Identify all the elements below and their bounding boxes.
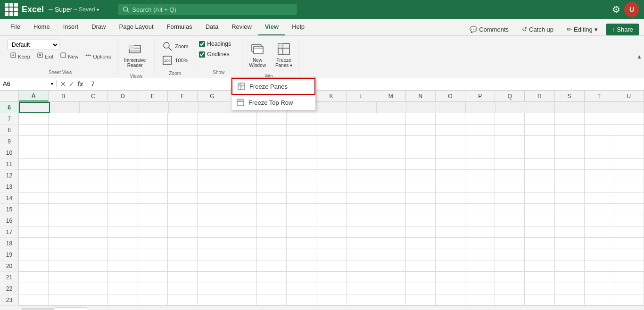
- cell-R10[interactable]: [525, 147, 554, 159]
- cell-P13[interactable]: [465, 181, 495, 193]
- cell-T8[interactable]: [585, 125, 614, 136]
- cell-L12[interactable]: [347, 170, 376, 181]
- cell-R23[interactable]: [525, 294, 554, 306]
- tab-help[interactable]: Help: [285, 19, 311, 35]
- cell-O14[interactable]: [436, 193, 465, 204]
- cell-G8[interactable]: [198, 125, 227, 136]
- cell-P8[interactable]: [465, 125, 495, 136]
- cell-G20[interactable]: [198, 260, 227, 272]
- cell-N15[interactable]: [406, 204, 436, 215]
- cell-K18[interactable]: [316, 238, 346, 249]
- gridlines-checkbox[interactable]: [199, 51, 205, 58]
- cell-I21[interactable]: [257, 272, 287, 283]
- cell-U20[interactable]: [614, 260, 644, 272]
- cell-M23[interactable]: [376, 294, 406, 306]
- cell-C16[interactable]: [78, 215, 108, 226]
- cell-D18[interactable]: [108, 238, 138, 249]
- cell-P7[interactable]: [465, 113, 495, 125]
- row-num-18[interactable]: 18: [0, 238, 18, 249]
- cell-M17[interactable]: [376, 226, 406, 238]
- cell-H8[interactable]: [227, 125, 257, 136]
- cell-B20[interactable]: [49, 260, 78, 272]
- cell-H12[interactable]: [227, 170, 257, 181]
- cell-A20[interactable]: [19, 260, 49, 272]
- cell-D13[interactable]: [108, 181, 138, 193]
- cell-S16[interactable]: [555, 215, 585, 226]
- editing-button[interactable]: ✏ Editing ▾: [561, 24, 603, 35]
- cell-K16[interactable]: [316, 215, 346, 226]
- cell-K22[interactable]: [316, 283, 346, 294]
- cell-Q7[interactable]: [495, 113, 525, 125]
- confirm-icon[interactable]: ✓: [69, 80, 74, 88]
- cell-A14[interactable]: [19, 193, 49, 204]
- cell-N22[interactable]: [406, 283, 436, 294]
- col-header-G[interactable]: G: [198, 91, 227, 101]
- cell-Q19[interactable]: [495, 249, 525, 260]
- cell-B8[interactable]: [49, 125, 78, 136]
- cell-U14[interactable]: [614, 193, 644, 204]
- cell-R14[interactable]: [525, 193, 554, 204]
- cell-R19[interactable]: [525, 249, 554, 260]
- cell-N13[interactable]: [406, 181, 436, 193]
- gear-button[interactable]: ⚙: [612, 4, 620, 15]
- row-num-7[interactable]: 7: [0, 113, 18, 125]
- cell-A16[interactable]: [19, 215, 49, 226]
- col-header-L[interactable]: L: [347, 91, 376, 101]
- cell-A23[interactable]: [19, 294, 49, 306]
- row-num-22[interactable]: 22: [0, 283, 18, 294]
- cell-N14[interactable]: [406, 193, 436, 204]
- cell-K23[interactable]: [316, 294, 346, 306]
- cell-E12[interactable]: [138, 170, 168, 181]
- cell-D14[interactable]: [108, 193, 138, 204]
- cell-L23[interactable]: [347, 294, 376, 306]
- cell-U9[interactable]: [614, 136, 644, 147]
- cell-E8[interactable]: [138, 125, 168, 136]
- cell-L10[interactable]: [347, 147, 376, 159]
- cell-K7[interactable]: [316, 113, 346, 125]
- cell-A12[interactable]: [19, 170, 49, 181]
- cell-G10[interactable]: [198, 147, 227, 159]
- cell-H15[interactable]: [227, 204, 257, 215]
- cell-F22[interactable]: [168, 283, 198, 294]
- cell-I19[interactable]: [257, 249, 287, 260]
- cell-C14[interactable]: [78, 193, 108, 204]
- cell-O9[interactable]: [436, 136, 465, 147]
- cell-O8[interactable]: [436, 125, 465, 136]
- col-header-B[interactable]: B: [49, 91, 78, 101]
- cell-B15[interactable]: [49, 204, 78, 215]
- cell-E22[interactable]: [138, 283, 168, 294]
- zoom-button[interactable]: Zoom: [159, 40, 191, 53]
- cell-T13[interactable]: [585, 181, 614, 193]
- cell-C15[interactable]: [78, 204, 108, 215]
- cell-C19[interactable]: [78, 249, 108, 260]
- cell-E9[interactable]: [138, 136, 168, 147]
- cell-R20[interactable]: [525, 260, 554, 272]
- cell-Q9[interactable]: [495, 136, 525, 147]
- cell-H22[interactable]: [227, 283, 257, 294]
- cell-P6[interactable]: [466, 102, 495, 113]
- cell-F8[interactable]: [168, 125, 198, 136]
- cell-T22[interactable]: [585, 283, 614, 294]
- zoom-100-button[interactable]: 100 100%: [159, 54, 191, 67]
- tab-insert[interactable]: Insert: [57, 19, 85, 35]
- cell-N9[interactable]: [406, 136, 436, 147]
- cell-I11[interactable]: [257, 159, 287, 170]
- cell-P20[interactable]: [465, 260, 495, 272]
- cell-C21[interactable]: [78, 272, 108, 283]
- cell-F19[interactable]: [168, 249, 198, 260]
- cell-R6[interactable]: [525, 102, 555, 113]
- cell-G21[interactable]: [198, 272, 227, 283]
- cell-P16[interactable]: [465, 215, 495, 226]
- col-header-K[interactable]: K: [316, 91, 346, 101]
- cell-Q10[interactable]: [495, 147, 525, 159]
- cell-J11[interactable]: [287, 159, 316, 170]
- cell-T18[interactable]: [585, 238, 614, 249]
- cell-N16[interactable]: [406, 215, 436, 226]
- cell-K14[interactable]: [316, 193, 346, 204]
- sheet-tab-sheet1[interactable]: Sheet1: [22, 308, 54, 310]
- cell-J8[interactable]: [287, 125, 316, 136]
- cell-L21[interactable]: [347, 272, 376, 283]
- title-chevron[interactable]: ▾: [97, 7, 99, 12]
- cell-U21[interactable]: [614, 272, 644, 283]
- cell-O19[interactable]: [436, 249, 465, 260]
